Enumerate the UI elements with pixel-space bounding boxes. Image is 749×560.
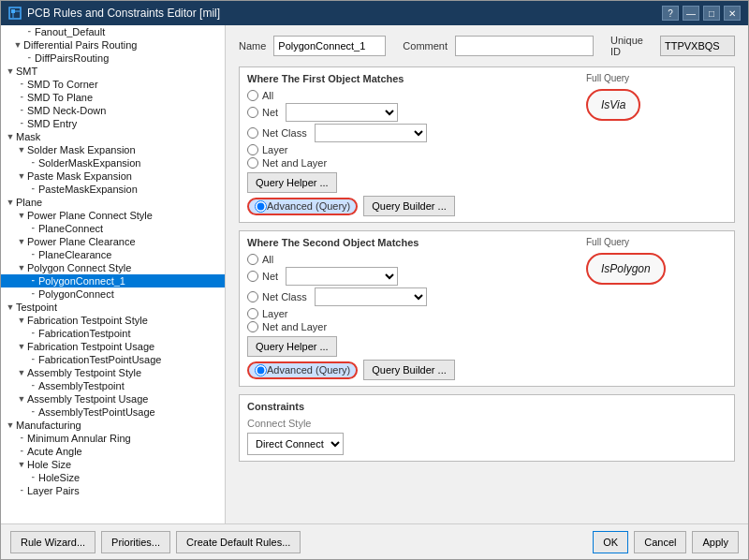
second-layer-radio[interactable] (247, 308, 258, 319)
rule-wizard-button[interactable]: Rule Wizard... (10, 531, 95, 553)
first-netandlayer-radio[interactable] (247, 157, 258, 169)
second-netclass-radio[interactable] (247, 291, 258, 302)
first-object-section: Where The First Object Matches All Net (239, 66, 735, 223)
second-all-radio[interactable] (247, 254, 258, 265)
right-panel: Name Comment Unique ID Where The First O… (226, 25, 748, 523)
first-layer-radio[interactable] (247, 144, 258, 155)
svg-rect-1 (11, 9, 15, 13)
tree-item-plane[interactable]: ▼ Plane (1, 196, 225, 209)
question-button[interactable]: ? (662, 6, 679, 21)
first-all-row: All (247, 90, 577, 101)
cancel-button[interactable]: Cancel (634, 531, 686, 553)
tree-item-minimum-annular[interactable]: ⁃ Minimum Annular Ring (1, 432, 225, 445)
ok-button[interactable]: OK (593, 531, 628, 553)
first-layer-label: Layer (262, 144, 288, 155)
tree-item-pastemask-expansion[interactable]: ⁃ PasteMaskExpansion (1, 183, 225, 196)
first-all-label: All (262, 90, 273, 101)
comment-label: Comment (403, 40, 448, 52)
maximize-button[interactable]: □ (703, 6, 720, 21)
tree-item-acute-angle[interactable]: ⁃ Acute Angle (1, 445, 225, 458)
second-query-helper-btn[interactable]: Query Helper ... (247, 336, 337, 357)
first-full-query-label: Full Query (586, 73, 727, 83)
first-netclass-dropdown[interactable] (315, 124, 427, 142)
tree-item-smd-neckdown[interactable]: ⁃ SMD Neck-Down (1, 104, 225, 117)
tree-item-assembly-testpoint[interactable]: ⁃ AssemblyTestpoint (1, 379, 225, 392)
tree-item-smt[interactable]: ▼ SMT (1, 65, 225, 78)
tree-item-plane-connect[interactable]: ⁃ PlaneConnect (1, 222, 225, 235)
tree-item-solder-mask[interactable]: ▼ Solder Mask Expansion (1, 143, 225, 156)
tree-item-fab-testpoint-style[interactable]: ▼ Fabrication Testpoint Style (1, 314, 225, 327)
tree-item-mask[interactable]: ▼ Mask (1, 130, 225, 143)
tree-item-power-plane-clearance[interactable]: ▼ Power Plane Clearance (1, 235, 225, 248)
unique-id-input[interactable] (660, 36, 735, 56)
second-full-query-label: Full Query (586, 237, 727, 247)
tree-item-diffpairs-routing[interactable]: ⁃ DiffPairsRouting (1, 52, 225, 65)
main-window: PCB Rules and Constraints Editor [mil] ?… (0, 0, 749, 560)
second-net-dropdown[interactable] (286, 267, 398, 286)
first-all-radio[interactable] (247, 90, 258, 101)
tree-item-holesize[interactable]: ⁃ HoleSize (1, 471, 225, 484)
tree-item-polygon-connect-1[interactable]: ⁃ PolygonConnect_1 (1, 274, 225, 287)
tree-item-fab-testpoint[interactable]: ⁃ FabricationTestpoint (1, 327, 225, 340)
name-input[interactable] (273, 36, 386, 56)
comment-input[interactable] (455, 36, 594, 56)
second-net-label: Net (262, 271, 278, 282)
title-bar-left: PCB Rules and Constraints Editor [mil] (8, 7, 220, 20)
title-bar-buttons: ? — □ ✕ (662, 6, 741, 21)
first-netandlayer-row: Net and Layer (247, 157, 577, 169)
tree-item-polygon-connect-style[interactable]: ▼ Polygon Connect Style (1, 261, 225, 274)
first-net-dropdown[interactable] (286, 103, 398, 122)
tree-item-layer-pairs[interactable]: ⁃ Layer Pairs (1, 484, 225, 497)
first-net-radio[interactable] (247, 107, 258, 118)
first-query-helper-btn[interactable]: Query Helper ... (247, 172, 337, 193)
connect-style-dropdown[interactable]: Direct Connect Relief Connect No Connect (247, 433, 344, 455)
tree-item-paste-mask[interactable]: ▼ Paste Mask Expansion (1, 169, 225, 183)
first-full-query-oval: IsVia (586, 89, 640, 121)
tree-item-fab-testpoint-usage[interactable]: ▼ Fabrication Testpoint Usage (1, 340, 225, 353)
tree-item-fab-testpoint-usage-child[interactable]: ⁃ FabricationTestPointUsage (1, 353, 225, 366)
tree-item-testpoint[interactable]: ▼ Testpoint (1, 301, 225, 314)
window-title: PCB Rules and Constraints Editor [mil] (27, 7, 220, 20)
second-netandlayer-radio[interactable] (247, 321, 258, 332)
minimize-button[interactable]: — (683, 6, 699, 21)
first-netclass-label: Net Class (262, 127, 307, 139)
tree-item-assembly-testpoint-usage[interactable]: ▼ Assembly Testpoint Usage (1, 392, 225, 405)
first-full-query-container: Full Query IsVia (586, 73, 727, 121)
first-layer-row: Layer (247, 144, 577, 155)
first-query-value: IsVia (601, 98, 625, 111)
second-netclass-dropdown[interactable] (315, 287, 427, 306)
name-label: Name (239, 40, 266, 52)
tree-item-fanout-default[interactable]: ⁃ Fanout_Default (1, 25, 225, 38)
tree-item-smd-entry[interactable]: ⁃ SMD Entry (1, 117, 225, 130)
tree-item-smd-plane[interactable]: ⁃ SMD To Plane (1, 91, 225, 104)
second-net-radio[interactable] (247, 271, 258, 282)
first-advanced-row: Advanced (Query) Query Builder ... (247, 196, 577, 216)
apply-button[interactable]: Apply (692, 531, 739, 553)
tree-item-manufacturing[interactable]: ▼ Manufacturing (1, 419, 225, 432)
first-net-row: Net (247, 103, 577, 122)
second-advanced-radio[interactable] (255, 364, 267, 376)
tree-item-hole-size[interactable]: ▼ Hole Size (1, 458, 225, 471)
tree-item-plane-clearance[interactable]: ⁃ PlaneClearance (1, 248, 225, 261)
close-button[interactable]: ✕ (724, 6, 741, 21)
second-full-query-container: Full Query IsPolygon (586, 237, 727, 285)
first-query-builder-btn[interactable]: Query Builder ... (363, 196, 454, 216)
second-advanced-row: Advanced (Query) Query Builder ... (247, 360, 577, 380)
second-netclass-row: Net Class (247, 287, 577, 306)
tree-item-polygon-connect[interactable]: ⁃ PolygonConnect (1, 287, 225, 301)
priorities-button[interactable]: Priorities... (101, 531, 170, 553)
second-query-builder-btn[interactable]: Query Builder ... (363, 360, 454, 380)
connect-style-row: Connect Style (247, 418, 727, 429)
second-all-label: All (262, 254, 273, 265)
first-advanced-radio[interactable] (255, 200, 267, 213)
first-netclass-radio[interactable] (247, 127, 258, 139)
tree-item-soldermask-expansion[interactable]: ⁃ SolderMaskExpansion (1, 156, 225, 169)
first-query-helper-row: Query Helper ... (247, 172, 577, 193)
tree-item-smd-corner[interactable]: ⁃ SMD To Corner (1, 78, 225, 91)
create-default-button[interactable]: Create Default Rules... (176, 531, 301, 553)
tree-item-power-plane-connect[interactable]: ▼ Power Plane Connect Style (1, 209, 225, 222)
tree-item-differential-pairs[interactable]: ▼ Differential Pairs Routing (1, 38, 225, 52)
tree-item-assembly-testpoint-usage-child[interactable]: ⁃ AssemblyTestPointUsage (1, 405, 225, 419)
tree-item-assembly-testpoint-style[interactable]: ▼ Assembly Testpoint Style (1, 366, 225, 379)
connect-style-dropdown-row: Direct Connect Relief Connect No Connect (247, 433, 727, 455)
